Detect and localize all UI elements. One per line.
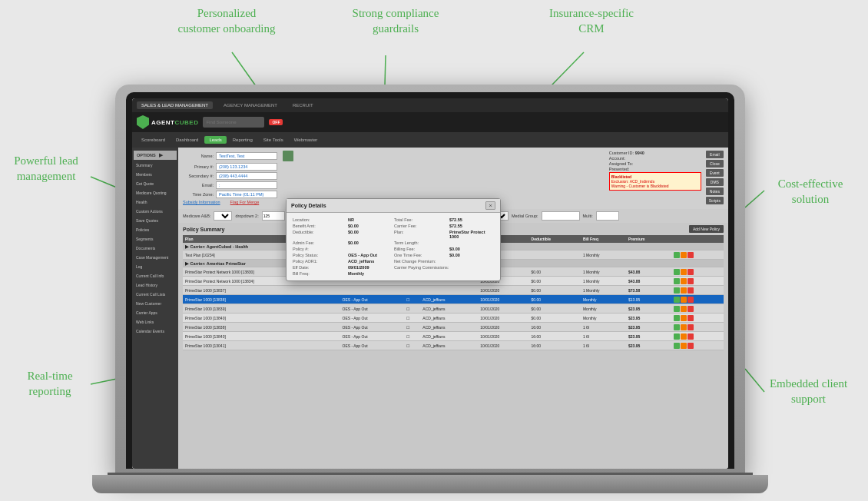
modal-carrier-paying: Carrier Paying Commissions: xyxy=(394,265,494,270)
nav-scoreboard[interactable]: Scoreboard xyxy=(137,136,170,144)
edit-icon[interactable] xyxy=(674,287,680,294)
plan-cell: PrimeStar 1000 [13840] xyxy=(183,332,340,341)
blacklist-warning-text: Warning - Customer is Blacklisted xyxy=(611,184,699,188)
edit-icon[interactable] xyxy=(674,324,680,330)
flag-merge-link[interactable]: Flag For Merge xyxy=(230,200,260,204)
sidebar-new-customer[interactable]: New Customer xyxy=(134,300,177,307)
delete-row-icon[interactable] xyxy=(687,269,694,275)
scripts-button[interactable]: Scripts xyxy=(706,197,724,204)
delete-row-icon[interactable] xyxy=(687,324,694,330)
tab-recruit[interactable]: RECRUIT xyxy=(288,101,318,109)
nav-dashboard[interactable]: Dashboard xyxy=(171,136,203,144)
modal-eff-date: Eff Date: 09/01/2009 xyxy=(293,265,393,270)
view-icon[interactable] xyxy=(681,306,687,312)
table-row: PrimeStar 1000 [13839] OES - App Out ☐ A… xyxy=(183,304,724,314)
edit-icon[interactable] xyxy=(674,269,680,275)
checkbox-cell: ☐ xyxy=(404,314,420,323)
sidebar-documents[interactable]: Documents xyxy=(134,244,177,252)
view-icon[interactable] xyxy=(681,269,687,275)
effdate-cell: 10/01/2020 xyxy=(478,341,528,350)
tab-agency[interactable]: AGENCY MANAGEMENT xyxy=(219,101,282,109)
subsidy-info-link[interactable]: Subsidy Information xyxy=(183,200,220,204)
delete-row-icon[interactable] xyxy=(687,287,694,294)
tab-sales[interactable]: SALES & LEAD MANAGEMENT xyxy=(137,101,213,109)
edit-icon[interactable] xyxy=(674,297,680,303)
sidebar-save-quotes[interactable]: Save Quotes xyxy=(134,217,177,224)
edit-icon[interactable] xyxy=(674,333,680,340)
view-icon[interactable] xyxy=(681,252,687,258)
medicare-ab-select[interactable] xyxy=(214,211,232,221)
delete-row-icon[interactable] xyxy=(687,297,694,303)
nav-leads[interactable]: Leads xyxy=(204,136,226,144)
table-row: PrimeStar 1000 [13840] OES - App Out ☐ A… xyxy=(183,332,724,341)
dropdown2-input[interactable] xyxy=(262,211,285,221)
sidebar-current-call[interactable]: Current Call Info xyxy=(134,272,177,280)
view-icon[interactable] xyxy=(681,333,687,340)
nav-webmaster[interactable]: Webmaster xyxy=(290,136,323,144)
billfreq-cell: Monthly xyxy=(581,304,626,314)
delete-row-icon[interactable] xyxy=(687,343,694,349)
main-navigation: Scoreboard Dashboard Leads Reporting Sit… xyxy=(132,132,728,148)
view-icon[interactable] xyxy=(681,297,687,303)
sidebar-medicare-quoting[interactable]: Medicare Quoting xyxy=(134,189,177,197)
delete-row-icon[interactable] xyxy=(687,315,694,321)
off-button[interactable]: OFF xyxy=(269,119,283,125)
sidebar-segments[interactable]: Segments xyxy=(134,235,177,243)
edit-icon[interactable] xyxy=(674,306,680,312)
delete-row-icon[interactable] xyxy=(687,252,694,258)
view-icon[interactable] xyxy=(681,287,687,294)
view-icon[interactable] xyxy=(681,343,687,349)
delete-icon[interactable] xyxy=(283,151,293,161)
sidebar-log[interactable]: Log xyxy=(134,263,177,270)
modal-location: Location: NR xyxy=(293,217,393,222)
edit-icon[interactable] xyxy=(674,252,680,258)
multi-input[interactable] xyxy=(596,211,619,221)
actions-cell xyxy=(671,314,724,323)
modal-policy-aor: Policy AOR1: ACD_jeffians xyxy=(293,259,393,264)
close-button[interactable]: Close xyxy=(706,160,724,168)
event-button[interactable]: Event xyxy=(706,169,724,177)
sidebar-calendar[interactable]: Calendar Events xyxy=(134,327,177,335)
sidebar-summary[interactable]: Summary xyxy=(134,161,177,169)
search-input[interactable] xyxy=(203,117,264,128)
edit-icon[interactable] xyxy=(674,343,680,349)
aor-cell: ACD_jeffians xyxy=(420,332,478,341)
delete-row-icon[interactable] xyxy=(687,278,694,284)
nav-sitetools[interactable]: Site Tools xyxy=(259,136,288,144)
sidebar-custom-actions[interactable]: Custom Actions xyxy=(134,207,177,215)
delete-row-icon[interactable] xyxy=(687,306,694,312)
total-fee-value: $72.55 xyxy=(449,217,462,222)
sidebar-health[interactable]: Health xyxy=(134,198,177,206)
bill-freq-label: Bill Freq: xyxy=(293,271,346,276)
edit-icon[interactable] xyxy=(674,315,680,321)
billfreq-cell: Monthly xyxy=(581,314,626,323)
modal-close-button[interactable]: × xyxy=(485,201,495,210)
policy-aor-value: ACD_jeffians xyxy=(348,259,374,264)
view-icon[interactable] xyxy=(681,315,687,321)
modal-billing-fee: Billing Fee: $0.00 xyxy=(394,247,494,251)
status-cell: OES - App Out xyxy=(340,314,404,323)
sidebar-members[interactable]: Members xyxy=(134,171,177,178)
status-cell: OES - App Out xyxy=(340,323,404,332)
admin-fee-value: $0.00 xyxy=(348,241,359,245)
add-new-policy-button[interactable]: Add New Policy xyxy=(689,225,724,233)
sidebar-lead-history[interactable]: Lead History xyxy=(134,281,177,289)
premium-cell: $23.95 xyxy=(626,304,671,314)
sidebar-web-links[interactable]: Web Links xyxy=(134,318,177,326)
plan-cell: PrimeStar 1000 [13838] xyxy=(183,323,340,332)
edit-icon[interactable] xyxy=(674,278,680,284)
sidebar-get-quote[interactable]: Get Quote xyxy=(134,180,177,187)
nav-reporting[interactable]: Reporting xyxy=(228,136,257,144)
view-icon[interactable] xyxy=(681,324,687,330)
view-icon[interactable] xyxy=(681,278,687,284)
sidebar-call-lists[interactable]: Current Call Lists xyxy=(134,290,177,298)
notes-button[interactable]: Notes xyxy=(706,187,724,195)
email-button[interactable]: Email xyxy=(706,151,724,158)
delete-row-icon[interactable] xyxy=(687,333,694,340)
name-value: TestTest, Test xyxy=(216,152,277,160)
sidebar-case-management[interactable]: Case Management xyxy=(134,254,177,261)
medial-group-input[interactable] xyxy=(542,211,580,221)
dms-button[interactable]: DMS xyxy=(706,178,724,186)
sidebar-policies[interactable]: Policies xyxy=(134,226,177,234)
sidebar-carrier-apps[interactable]: Carrier Apps xyxy=(134,309,177,317)
